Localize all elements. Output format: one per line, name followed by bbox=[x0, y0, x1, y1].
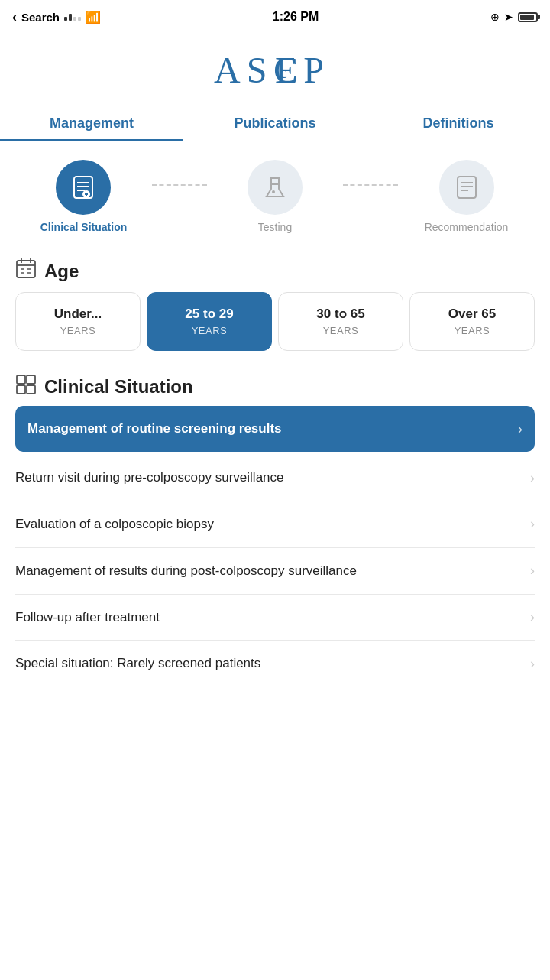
menu-item-post-colposcopy[interactable]: Management of results during post-colpos… bbox=[15, 548, 535, 595]
chevron-icon-5: › bbox=[530, 656, 535, 672]
chevron-icon-1: › bbox=[530, 470, 535, 486]
connector-2 bbox=[343, 184, 398, 186]
wizard-step-clinical[interactable]: Clinical Situation bbox=[15, 160, 152, 233]
svg-rect-28 bbox=[27, 385, 35, 394]
age-option-under25[interactable]: Under... YEARS bbox=[15, 292, 141, 351]
carrier-text: Search bbox=[21, 11, 60, 24]
menu-item-follow-up[interactable]: Follow-up after treatment › bbox=[15, 595, 535, 641]
age-option-over65[interactable]: Over 65 YEARS bbox=[409, 292, 535, 351]
menu-item-return-visit[interactable]: Return visit during pre-colposcopy surve… bbox=[15, 455, 535, 501]
menu-item-routine-screening-text: Management of routine screening results bbox=[28, 420, 518, 438]
age-range-30to65: 30 to 65 bbox=[285, 307, 396, 322]
signal-icon bbox=[64, 14, 81, 21]
age-unit-under25: YEARS bbox=[22, 325, 134, 336]
tab-publications[interactable]: Publications bbox=[183, 105, 367, 141]
clinical-menu-list: Management of routine screening results … bbox=[0, 406, 550, 686]
age-grid: Under... YEARS 25 to 29 YEARS 30 to 65 Y… bbox=[0, 292, 550, 363]
time-display: 1:26 PM bbox=[273, 10, 319, 24]
carrier-label: ‹ Search 📶 bbox=[12, 9, 101, 25]
location-icon: ⊕ bbox=[490, 11, 500, 23]
clinical-step-circle bbox=[56, 160, 111, 215]
age-option-25to29[interactable]: 25 to 29 YEARS bbox=[147, 292, 272, 351]
chevron-icon-0: › bbox=[518, 421, 522, 437]
clinical-section-header: Clinical Situation bbox=[0, 363, 550, 406]
wizard-step-recommendation[interactable]: Recommendation bbox=[398, 160, 535, 233]
age-option-30to65[interactable]: 30 to 65 YEARS bbox=[278, 292, 403, 351]
svg-text:c: c bbox=[280, 63, 293, 82]
svg-rect-17 bbox=[17, 261, 35, 277]
menu-item-special-situation[interactable]: Special situation: Rarely screened patie… bbox=[15, 641, 535, 686]
menu-item-colposcopic-biopsy-text: Evaluation of a colposcopic biopsy bbox=[15, 515, 530, 534]
age-label: Age bbox=[44, 261, 79, 282]
age-unit-25to29: YEARS bbox=[154, 325, 265, 336]
svg-point-12 bbox=[272, 190, 275, 193]
nav-tabs: Management Publications Definitions bbox=[0, 105, 550, 141]
chevron-icon-2: › bbox=[530, 516, 535, 532]
navigation-icon: ➤ bbox=[504, 11, 513, 23]
svg-rect-26 bbox=[27, 375, 35, 384]
wizard-step-testing[interactable]: Testing bbox=[207, 160, 344, 233]
testing-step-circle bbox=[247, 160, 302, 215]
clinical-label: Clinical Situation bbox=[44, 376, 193, 398]
menu-item-follow-up-text: Follow-up after treatment bbox=[15, 608, 530, 627]
wifi-icon: 📶 bbox=[86, 10, 101, 24]
menu-item-routine-screening[interactable]: Management of routine screening results … bbox=[15, 406, 535, 452]
svg-text:AS: AS bbox=[214, 50, 273, 90]
app-logo: AS EP C c bbox=[0, 34, 550, 105]
svg-rect-27 bbox=[17, 385, 25, 394]
menu-item-colposcopic-biopsy[interactable]: Evaluation of a colposcopic biopsy › bbox=[15, 501, 535, 548]
clinical-icon bbox=[15, 374, 37, 400]
age-range-under25: Under... bbox=[22, 307, 134, 322]
age-icon bbox=[15, 258, 37, 284]
battery-icon bbox=[518, 12, 538, 22]
status-bar: ‹ Search 📶 1:26 PM ⊕ ➤ bbox=[0, 0, 550, 34]
menu-item-special-situation-text: Special situation: Rarely screened patie… bbox=[15, 654, 530, 673]
age-range-25to29: 25 to 29 bbox=[154, 307, 265, 322]
clinical-step-label: Clinical Situation bbox=[40, 221, 128, 233]
tab-definitions[interactable]: Definitions bbox=[367, 105, 550, 141]
age-unit-30to65: YEARS bbox=[285, 325, 396, 336]
back-arrow[interactable]: ‹ bbox=[12, 9, 17, 25]
chevron-icon-4: › bbox=[530, 609, 535, 625]
menu-item-return-visit-text: Return visit during pre-colposcopy surve… bbox=[15, 469, 530, 487]
connector-1 bbox=[152, 184, 207, 186]
svg-rect-25 bbox=[17, 375, 25, 384]
testing-step-label: Testing bbox=[258, 221, 292, 233]
tab-management[interactable]: Management bbox=[0, 105, 183, 141]
logo-svg: AS EP C c bbox=[206, 46, 344, 92]
status-right: ⊕ ➤ bbox=[490, 11, 538, 23]
age-range-over65: Over 65 bbox=[416, 307, 528, 322]
wizard-steps: Clinical Situation Testing Recommendatio… bbox=[0, 141, 550, 245]
menu-item-post-colposcopy-text: Management of results during post-colpos… bbox=[15, 562, 530, 580]
recommendation-step-circle bbox=[439, 160, 494, 215]
chevron-icon-3: › bbox=[530, 563, 535, 579]
recommendation-step-label: Recommendation bbox=[425, 221, 509, 233]
age-unit-over65: YEARS bbox=[416, 325, 528, 336]
age-section-header: Age bbox=[0, 245, 550, 292]
